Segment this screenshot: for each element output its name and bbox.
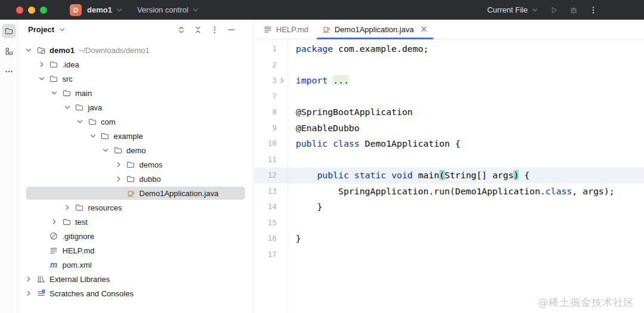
folder-icon [61,217,72,227]
run-configuration-selector[interactable]: Current File [487,5,540,15]
tree-item-label: demo1 [49,46,75,55]
tree-item-help-md[interactable]: HELP.md [18,243,253,258]
code-line-14[interactable]: 14 } [254,199,644,215]
tab-help-md[interactable]: HELP.md [256,20,315,39]
project-view-selector[interactable]: Project [28,25,67,35]
chevron-right-icon[interactable] [49,217,59,227]
chevron-right-icon[interactable] [63,203,72,212]
gutter-fold-column [277,184,287,200]
tree-item-demos[interactable]: demos [18,157,253,172]
code-line-1[interactable]: 1package com.example.demo; [254,41,644,57]
folder-icon [75,103,85,112]
tree-item-scratches-and-consoles[interactable]: Scratches and Consoles [18,286,253,300]
code-line-12[interactable]: 12 public static void main(String[] args… [254,168,644,184]
tab-demo1application-java[interactable]: Demo1Application.java [315,20,435,39]
code-text: SpringApplication.run(Demo1Application.c… [287,184,615,200]
code-line-9[interactable]: 9@EnableDubbo [254,120,644,137]
tree-item-external-libraries[interactable]: External Libraries [18,272,253,286]
tree-item-label: External Libraries [49,275,110,284]
tree-item-dubbo[interactable]: dubbo [18,172,253,186]
ide-window: D demo1 Version control Current File Pro… [0,0,644,313]
project-selector[interactable]: demo1 [87,5,124,15]
line-number: 16 [254,231,277,247]
chevron-right-icon[interactable] [114,160,123,169]
gutter-fold-column [277,152,287,168]
code-line-11[interactable]: 11 [254,152,644,168]
more-options-icon[interactable] [588,5,599,16]
close-icon[interactable] [419,24,429,34]
project-panel-actions [177,25,236,35]
folder-icon [49,74,59,83]
line-number: 2 [254,57,277,73]
project-folder-button[interactable] [2,24,16,38]
watermark: @稀土掘金技术社区 [538,296,634,309]
chevron-down-icon[interactable] [24,45,33,55]
code-line-13[interactable]: 13 SpringApplication.run(Demo1Applicatio… [254,184,644,200]
code-line-10[interactable]: 10public class Demo1Application { [254,136,644,152]
project-avatar-letter: D [73,7,78,14]
chevron-placeholder [37,231,47,241]
chevron-right-icon[interactable] [37,60,47,69]
tree-item-main[interactable]: main [18,86,253,100]
options-icon[interactable] [210,25,219,35]
markdown-icon [49,246,59,255]
editor-tab-bar: HELP.mdDemo1Application.java [254,20,644,39]
code-line-17[interactable]: 17 [254,247,644,263]
chevron-down-icon[interactable] [37,74,47,83]
tree-item-java[interactable]: java [18,100,253,114]
chevron-right-icon[interactable] [114,174,123,184]
expand-all-icon[interactable] [177,25,186,35]
code-line-3[interactable]: 3import ... [254,73,644,89]
tree-item-label: .idea [63,60,79,69]
code-line-16[interactable]: 16} [254,231,644,247]
folder-icon [61,88,72,98]
java-class-icon [321,24,331,34]
tree-item-demo1application-java[interactable]: Demo1Application.java [18,186,253,200]
folder-icon [75,203,85,212]
structure-button[interactable] [2,44,16,58]
tree-item-src[interactable]: src [18,72,253,86]
minimize-window-button[interactable] [28,7,35,14]
hide-icon[interactable] [227,25,236,35]
vcs-selector[interactable]: Version control [137,5,200,15]
java-class-icon [126,188,136,198]
close-window-button[interactable] [16,7,23,14]
tree-item-resources[interactable]: resources [18,200,253,215]
collapse-all-icon[interactable] [193,25,203,35]
fold-chevron-icon[interactable] [277,73,287,89]
chevron-down-icon[interactable] [88,131,98,141]
chevron-down-icon[interactable] [101,145,110,155]
gutter-fold-column [277,199,287,215]
tree-item-label: com [101,117,116,126]
tree-item-idea[interactable]: .idea [18,57,253,72]
tree-item-demo1[interactable]: demo1~/Downloads/demo1 [18,43,253,57]
chevron-down-icon[interactable] [75,117,85,126]
chevron-down-icon [530,5,540,15]
code-line-2[interactable]: 2 [254,57,644,73]
code-line-7[interactable]: 7 [254,89,644,105]
line-number: 12 [254,168,277,184]
fullscreen-window-button[interactable] [40,7,47,14]
tree-item-label: example [114,132,143,141]
debug-icon[interactable] [568,5,579,16]
code-text [287,215,296,231]
tree-item-label: dubbo [140,175,161,184]
chevron-right-icon[interactable] [24,289,33,298]
tree-item-example[interactable]: example [18,129,253,143]
chevron-right-icon[interactable] [24,274,33,284]
chevron-down-icon[interactable] [63,103,72,112]
more-horizontal-button[interactable] [2,64,16,79]
tree-item-test[interactable]: test [18,215,253,229]
run-icon[interactable] [549,5,559,16]
code-line-8[interactable]: 8@SpringBootApplication [254,104,644,120]
tree-item-path: ~/Downloads/demo1 [79,46,150,55]
tree-item-label: .gitignore [63,232,94,241]
code-editor[interactable]: 1package com.example.demo;23import ...78… [254,40,644,313]
chevron-down-icon[interactable] [49,88,59,98]
tree-item-pom-xml[interactable]: mpom.xml [18,258,253,272]
code-line-15[interactable]: 15 [254,215,644,231]
tree-item-com[interactable]: com [18,114,253,129]
tree-item-gitignore[interactable]: .gitignore [18,229,253,243]
tree-item-demo[interactable]: demo [18,143,253,157]
tree-item-label: java [88,103,103,112]
